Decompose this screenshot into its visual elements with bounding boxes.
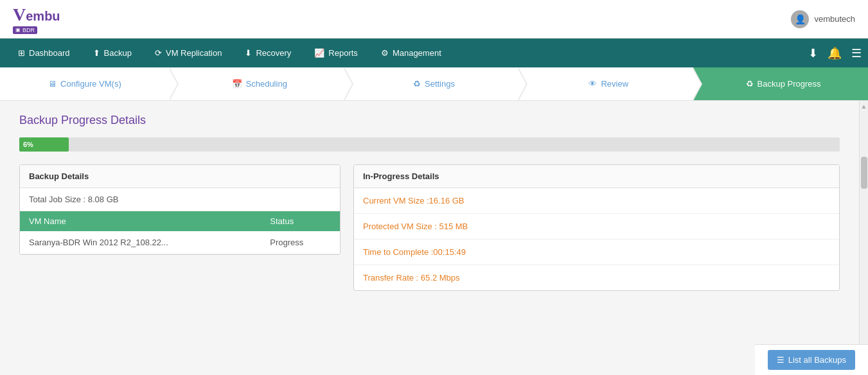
- vm-replication-icon: ⟳: [155, 48, 162, 58]
- logo-v: V: [13, 4, 26, 25]
- scrollbar-thumb[interactable]: [861, 157, 867, 189]
- logo-bdr: ▣ BDR: [13, 26, 37, 34]
- details-row: Backup Details Total Job Size : 8.08 GB …: [19, 164, 840, 291]
- nav-item-reports[interactable]: 📈 Reports: [303, 39, 369, 67]
- scrollbar[interactable]: ▲ ▼: [859, 101, 868, 375]
- nav-item-vm-replication[interactable]: ⟳ VM Replication: [143, 39, 233, 67]
- total-job-size: Total Job Size : 8.08 GB: [20, 188, 340, 211]
- scheduling-icon: 📅: [232, 79, 242, 89]
- nav-items: ⊞ Dashboard ⬆ Backup ⟳ VM Replication ⬇ …: [6, 39, 453, 67]
- menu-icon[interactable]: ☰: [851, 46, 862, 60]
- progress-container: 6%: [19, 137, 840, 152]
- steps-bar: 🖥 Configure VM(s) 📅 Scheduling ♻ Setting…: [0, 67, 868, 101]
- progress-label: 6%: [23, 141, 33, 148]
- status-header: Status: [261, 211, 340, 231]
- vm-name-cell: Saranya-BDR Win 2012 R2_108.22...: [20, 231, 261, 254]
- backup-details-header: Backup Details: [20, 165, 340, 188]
- bottom-bar: ☰ List all Backups: [755, 344, 868, 375]
- bell-icon[interactable]: 🔔: [828, 46, 842, 60]
- nav-item-recovery[interactable]: ⬇ Recovery: [233, 39, 303, 67]
- nav-item-backup[interactable]: ⬆ Backup: [82, 39, 143, 67]
- table-row: Saranya-BDR Win 2012 R2_108.22... Progre…: [20, 231, 340, 254]
- backup-progress-icon: ♻: [746, 79, 754, 89]
- status-cell: Progress: [261, 231, 340, 254]
- list-all-backups-button[interactable]: ☰ List all Backups: [768, 350, 855, 370]
- configure-vms-icon: 🖥: [48, 79, 57, 89]
- nav-item-dashboard[interactable]: ⊞ Dashboard: [6, 39, 82, 67]
- page-title: Backup Progress Details: [19, 114, 840, 127]
- nav-item-management[interactable]: ⚙ Management: [369, 39, 453, 67]
- user-name: vembutech: [814, 14, 855, 24]
- vm-table-header-row: VM Name Status: [20, 211, 340, 231]
- step-scheduling[interactable]: 📅 Scheduling: [170, 67, 344, 100]
- top-header: V embu ▣ BDR 👤 vembutech: [0, 0, 868, 39]
- list-icon: ☰: [777, 355, 784, 365]
- dashboard-icon: ⊞: [18, 48, 25, 58]
- recovery-icon: ⬇: [245, 48, 252, 58]
- inprogress-header: In-Progress Details: [354, 165, 839, 188]
- main-content: Backup Progress Details 6% Backup Detail…: [0, 101, 859, 375]
- settings-icon: ♻: [413, 79, 421, 89]
- transfer-rate: Transfer Rate : 65.2 Mbps: [354, 265, 839, 290]
- protected-vm-size: Protected VM Size : 515 MB: [354, 214, 839, 240]
- current-vm-size: Current VM Size :16.16 GB: [354, 188, 839, 214]
- step-settings[interactable]: ♻ Settings: [344, 67, 519, 100]
- step-configure-vms[interactable]: 🖥 Configure VM(s): [0, 67, 170, 100]
- review-icon: 👁: [589, 79, 597, 89]
- step-review[interactable]: 👁 Review: [518, 67, 693, 100]
- user-avatar-icon: 👤: [791, 10, 809, 28]
- download-icon[interactable]: ⬇: [808, 46, 818, 60]
- nav-icons: ⬇ 🔔 ☰: [808, 46, 862, 60]
- inprogress-details-panel: In-Progress Details Current VM Size :16.…: [353, 164, 840, 291]
- user-area: 👤 vembutech: [791, 10, 855, 28]
- nav-bar: ⊞ Dashboard ⬆ Backup ⟳ VM Replication ⬇ …: [0, 39, 868, 67]
- reports-icon: 📈: [314, 48, 324, 58]
- logo-area: V embu ▣ BDR: [13, 4, 60, 34]
- vm-name-header: VM Name: [20, 211, 261, 231]
- time-to-complete: Time to Complete :00:15:49: [354, 240, 839, 265]
- backup-details-panel: Backup Details Total Job Size : 8.08 GB …: [19, 164, 341, 255]
- logo-embu: embu: [26, 9, 60, 24]
- vm-table: VM Name Status Saranya-BDR Win 2012 R2_1…: [20, 211, 340, 254]
- progress-bar: 6%: [19, 137, 69, 152]
- step-backup-progress[interactable]: ♻ Backup Progress: [693, 67, 868, 100]
- backup-icon: ⬆: [93, 48, 100, 58]
- logo-text: V embu: [13, 4, 60, 25]
- management-icon: ⚙: [381, 48, 389, 58]
